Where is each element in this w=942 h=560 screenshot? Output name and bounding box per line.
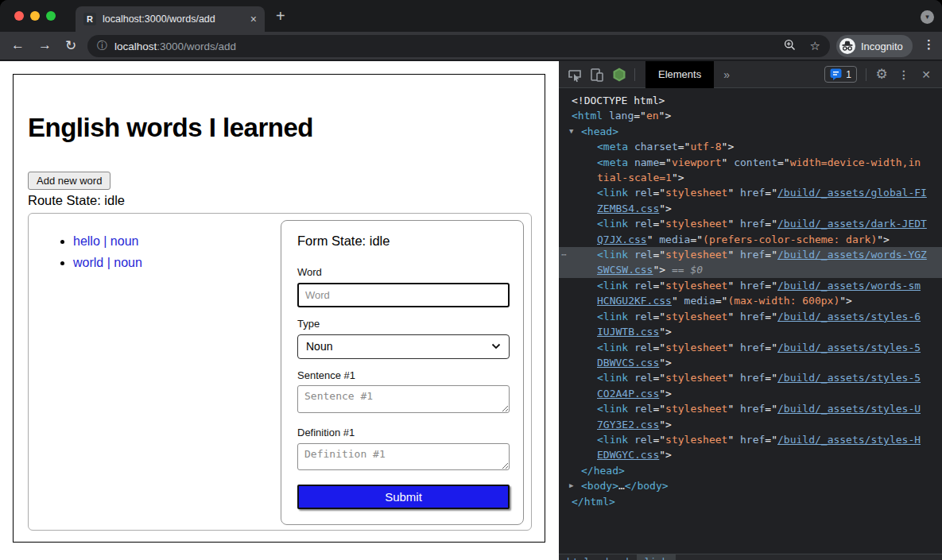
- devtools-panel: Elements » 1 ⚙ ⋮ ✕ <!DOCTYPE html><html …: [559, 61, 942, 560]
- tab-close-icon[interactable]: ×: [250, 13, 257, 25]
- page-info-icon[interactable]: ⓘ: [97, 39, 107, 53]
- dom-tree-line[interactable]: <link rel="stylesheet" href="/build/_ass…: [559, 278, 942, 293]
- add-new-word-button[interactable]: Add new word: [28, 172, 110, 190]
- word-input[interactable]: [297, 283, 510, 307]
- word-list-item: world | noun: [73, 256, 142, 270]
- tab-strip: R localhost:3000/words/add × + ▾: [0, 0, 942, 32]
- settings-gear-icon[interactable]: ⚙: [870, 61, 893, 88]
- breadcrumb-item-head[interactable]: head: [598, 554, 637, 560]
- dom-tree-line[interactable]: 7GY3E2.css">: [559, 417, 942, 432]
- dom-tree-line[interactable]: DBWVCS.css">: [559, 355, 942, 370]
- word-link[interactable]: hello | noun: [73, 234, 138, 248]
- browser-menu-button[interactable]: ⋮: [923, 37, 935, 52]
- tab-elements[interactable]: Elements: [645, 61, 714, 88]
- app-container: English words I learned Add new word Rou…: [13, 74, 545, 543]
- dom-tree-line[interactable]: SWCSW.css"> == $0: [559, 262, 942, 277]
- dom-tree-line[interactable]: <link rel="stylesheet" href="/build/_ass…: [559, 340, 942, 355]
- dom-tree: <!DOCTYPE html><html lang="en">▼<head><m…: [559, 88, 942, 554]
- word-link[interactable]: world | noun: [73, 256, 142, 269]
- window-close-button[interactable]: [14, 11, 24, 21]
- node-icon[interactable]: [608, 61, 630, 88]
- type-select-value: Noun: [306, 340, 332, 353]
- word-label: Word: [297, 266, 322, 278]
- dom-tree-line[interactable]: IUJWTB.css">: [559, 324, 942, 339]
- dom-tree-line[interactable]: <link rel="stylesheet" href="/build/_ass…: [559, 370, 942, 385]
- dom-tree-line[interactable]: HCNGU2KF.css" media="(max-width: 600px)"…: [559, 293, 942, 308]
- address-bar[interactable]: ⓘ localhost :3000/words/add ☆: [87, 35, 830, 57]
- console-message-icon: [830, 68, 842, 80]
- expand-arrow-icon[interactable]: ▼: [569, 124, 573, 139]
- more-tabs-icon[interactable]: »: [714, 68, 739, 81]
- line-gutter-icon: ⋯: [561, 247, 567, 262]
- dom-tree-line[interactable]: ZEMBS4.css">: [559, 201, 942, 216]
- breadcrumb-item-link[interactable]: link: [637, 554, 676, 560]
- add-word-form: Form State: idle Word Type Noun Sentence…: [281, 220, 524, 525]
- address-host: localhost: [114, 41, 157, 52]
- reload-button[interactable]: ↻: [65, 37, 76, 54]
- devtools-breadcrumb: htmlheadlink: [559, 554, 942, 560]
- incognito-icon: [839, 38, 855, 54]
- device-toolbar-icon[interactable]: [586, 61, 608, 88]
- bookmark-star-icon[interactable]: ☆: [810, 39, 820, 53]
- inspect-element-icon[interactable]: [564, 61, 586, 88]
- zoom-icon[interactable]: [784, 39, 796, 54]
- tab-title: localhost:3000/words/add: [103, 14, 244, 25]
- dom-tree-line[interactable]: <link rel="stylesheet" href="/build/_ass…: [559, 309, 942, 324]
- window-maximize-button[interactable]: [46, 11, 56, 21]
- dom-tree-line[interactable]: CO2A4P.css">: [559, 386, 942, 401]
- type-select[interactable]: Noun: [297, 334, 510, 359]
- dom-tree-line[interactable]: </head>: [559, 463, 942, 478]
- form-state-text: Form State: idle: [297, 234, 390, 249]
- route-panel: hello | nounworld | noun Form State: idl…: [28, 213, 532, 531]
- devtools-toolbar: Elements » 1 ⚙ ⋮ ✕: [559, 61, 942, 88]
- definition-textarea[interactable]: [297, 443, 510, 470]
- route-state-text: Route State: idle: [28, 193, 125, 208]
- dom-tree-line[interactable]: <html lang="en">: [559, 108, 942, 123]
- dom-tree-line[interactable]: <meta charset="utf-8">: [559, 139, 942, 154]
- dom-tree-line[interactable]: <link rel="stylesheet" href="/build/_ass…: [559, 185, 942, 200]
- dom-tree-line[interactable]: <link rel="stylesheet" href="/build/_ass…: [559, 216, 942, 231]
- dom-tree-line[interactable]: Q7JX.css" media="(prefers-color-scheme: …: [559, 232, 942, 247]
- sentence-textarea[interactable]: [297, 385, 510, 413]
- dom-tree-line[interactable]: </html>: [559, 494, 942, 509]
- incognito-badge: Incognito: [836, 35, 913, 57]
- console-message-count: 1: [846, 69, 851, 80]
- word-list-item: hello | noun: [73, 234, 142, 249]
- dom-tree-line[interactable]: ⋯<link rel="stylesheet" href="/build/_as…: [559, 247, 942, 262]
- submit-button[interactable]: Submit: [297, 485, 510, 509]
- page-title: English words I learned: [28, 113, 313, 143]
- browser-toolbar: ← → ↻ ⓘ localhost :3000/words/add ☆ Inco…: [0, 32, 942, 60]
- word-list: hello | nounworld | noun: [29, 234, 142, 277]
- devtools-close-icon[interactable]: ✕: [915, 61, 937, 88]
- window-minimize-button[interactable]: [30, 11, 40, 21]
- back-button[interactable]: ←: [11, 37, 25, 53]
- dom-tree-line[interactable]: ▼<head>: [559, 124, 942, 139]
- definition-label: Definition #1: [297, 427, 355, 438]
- browser-tab[interactable]: R localhost:3000/words/add ×: [76, 6, 265, 32]
- address-path: :3000/words/add: [157, 41, 236, 52]
- breadcrumb-item-html[interactable]: html: [559, 554, 598, 560]
- dom-tree-line[interactable]: <link rel="stylesheet" href="/build/_ass…: [559, 401, 942, 416]
- incognito-label: Incognito: [861, 41, 903, 52]
- collapse-arrow-icon[interactable]: ▶: [569, 478, 573, 493]
- dom-tree-line[interactable]: <!DOCTYPE html>: [559, 93, 942, 108]
- dom-tree-line[interactable]: <meta name="viewport" content="width=dev…: [559, 155, 942, 170]
- console-message-badge[interactable]: 1: [824, 66, 857, 83]
- sentence-label: Sentence #1: [297, 369, 355, 381]
- type-label: Type: [297, 318, 320, 330]
- chevron-down-icon: [491, 343, 501, 350]
- dom-tree-line[interactable]: ▶<body>…</body>: [559, 478, 942, 493]
- new-tab-button[interactable]: +: [276, 7, 285, 25]
- dom-tree-line[interactable]: EDWGYC.css">: [559, 447, 942, 462]
- remix-favicon-icon: R: [83, 13, 96, 25]
- browser-window: R localhost:3000/words/add × + ▾ ← → ↻ ⓘ…: [0, 0, 942, 560]
- web-page: English words I learned Add new word Rou…: [0, 61, 559, 560]
- tab-search-button[interactable]: ▾: [921, 10, 934, 24]
- dom-tree-line[interactable]: <link rel="stylesheet" href="/build/_ass…: [559, 432, 942, 447]
- devtools-menu-icon[interactable]: ⋮: [893, 61, 915, 88]
- forward-button[interactable]: →: [38, 37, 52, 53]
- dom-tree-line[interactable]: tial-scale=1">: [559, 170, 942, 185]
